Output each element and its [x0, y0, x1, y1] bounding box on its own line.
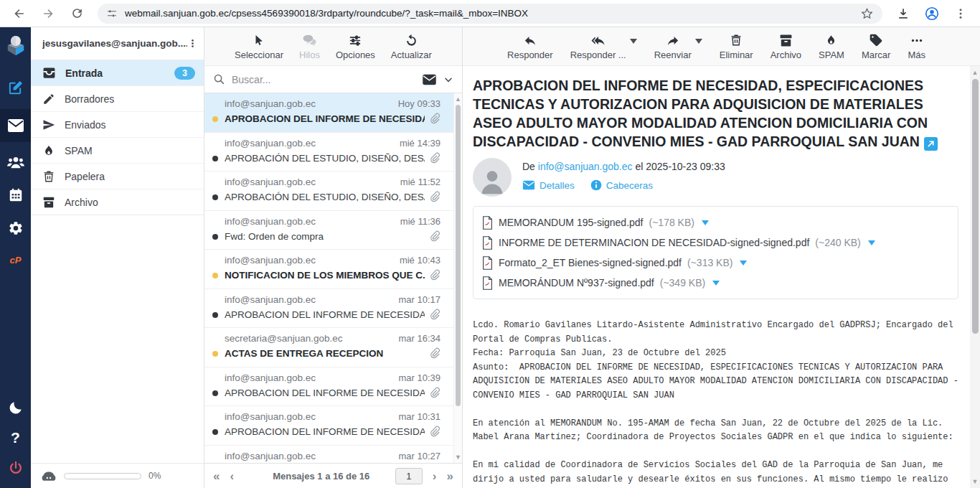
browser-forward-button[interactable] [36, 3, 60, 24]
paperclip-icon [429, 113, 440, 125]
browser-refresh-button[interactable] [65, 3, 89, 24]
reply-button[interactable]: Responder [507, 33, 553, 60]
sidebar-item-enviados[interactable]: Enviados [31, 112, 204, 138]
site-info-icon[interactable] [106, 8, 118, 19]
search-options-chevron-icon[interactable] [443, 75, 453, 85]
sidebar-item-entrada[interactable]: Entrada 3 [31, 60, 204, 86]
sidebar-item-archivo[interactable]: Archivo [31, 189, 204, 215]
page-number-input[interactable] [395, 468, 423, 484]
attachment-menu-caret-icon[interactable] [868, 240, 875, 245]
message-row[interactable]: info@sanjuan.gob.ecmié 14:39 APROBACIÓN … [204, 133, 462, 172]
reading-scrollbar-thumb[interactable] [972, 79, 979, 334]
scroll-down-icon[interactable]: ▼ [454, 454, 462, 461]
attachment-menu-caret-icon[interactable] [712, 281, 720, 286]
first-page-button[interactable]: « [213, 470, 220, 482]
message-row[interactable]: info@sanjuan.gob.ecmié 11:36 Fwd: Orden … [204, 211, 462, 250]
app-logo[interactable] [0, 27, 31, 65]
scroll-down-icon[interactable]: ▼ [970, 478, 980, 485]
mark-button[interactable]: Marcar [862, 33, 890, 60]
attachment-size: (~349 KB) [660, 277, 705, 288]
list-scrollbar-thumb[interactable] [456, 105, 461, 406]
headers-link[interactable]: Cabeceras [590, 179, 653, 191]
sidebar-item-papelera[interactable]: Papelera [31, 164, 204, 189]
forward-caret-icon[interactable] [695, 39, 702, 44]
attachment-item[interactable]: Formato_2_ET Bienes-signed-signed.pdf (~… [482, 253, 949, 273]
attachment-menu-caret-icon[interactable] [740, 261, 747, 266]
attachment-name[interactable]: Formato_2_ET Bienes-signed-signed.pdf [499, 257, 682, 268]
account-email: jesusgavilanes@sanjuan.gob.... [42, 38, 187, 49]
rail-item-calendar[interactable] [0, 181, 31, 210]
refresh-list-label: Actualizar [391, 50, 432, 60]
delete-button[interactable]: Eliminar [720, 33, 753, 60]
message-row[interactable]: secretaria@sanjuan.gob.ecmar 16:34 ACTAS… [204, 328, 462, 367]
browser-back-button[interactable] [7, 3, 32, 24]
attachment-item[interactable]: INFORME DE DETERMINACION DE NECESIDAD-si… [482, 233, 949, 253]
open-in-new-window-icon[interactable] [924, 137, 938, 151]
options-button[interactable]: Opciones [336, 33, 375, 60]
refresh-list-button[interactable]: Actualizar [391, 33, 432, 60]
message-subject: APROBACIÓN DEL ESTUDIO, DISEÑO, DESA... [225, 153, 425, 164]
sender-email-link[interactable]: info@sanjuan.gob.ec [538, 161, 633, 172]
message-subject: APROBACION DEL INFORME DE NECESIDA... [225, 113, 425, 124]
scroll-up-icon[interactable]: ▲ [970, 69, 980, 76]
dark-mode-button[interactable] [0, 393, 31, 422]
account-menu-button[interactable] [187, 37, 198, 50]
browser-menu-button[interactable] [948, 3, 973, 24]
options-label: Opciones [336, 50, 375, 60]
attachment-item[interactable]: MEMORANDUM 195-signed.pdf (~178 KB) [482, 212, 949, 233]
rail-item-settings[interactable] [0, 214, 31, 243]
help-button[interactable]: ? [0, 423, 31, 452]
rail-item-contacts[interactable] [0, 148, 31, 177]
headers-label: Cabeceras [606, 180, 653, 191]
attachment-name[interactable]: INFORME DE DETERMINACION DE NECESIDAD-si… [499, 237, 809, 248]
next-page-button[interactable]: › [433, 470, 437, 482]
select-button[interactable]: Seleccionar [235, 33, 283, 60]
sidebar-item-spam[interactable]: SPAM [31, 138, 204, 164]
message-datetime: 2025-10-23 09:33 [646, 161, 725, 172]
message-row[interactable]: info@sanjuan.gob.ecmié 10:43 NOTIFICACIO… [204, 250, 462, 289]
attachment-item[interactable]: MEMORÁNDUM Nº937-signed.pdf (~349 KB) [482, 273, 949, 293]
search-input[interactable] [232, 74, 415, 85]
paperclip-icon [429, 269, 440, 281]
last-page-button[interactable]: » [447, 470, 453, 482]
quota-percent: 0% [149, 471, 161, 481]
more-button[interactable]: Más [908, 33, 925, 60]
message-row[interactable]: info@sanjuan.gob.ecHoy 09:33 APROBACION … [204, 93, 462, 133]
reply-all-button[interactable]: Responder ... [570, 33, 626, 60]
bookmark-star-icon[interactable] [860, 6, 874, 20]
reading-scrollbar[interactable]: ▲ ▼ [970, 66, 980, 488]
archive-button[interactable]: Archivo [771, 33, 801, 60]
message-row[interactable]: info@sanjuan.gob.ecmar 10:39 APROBACION … [204, 367, 462, 407]
threads-button[interactable]: Hilos [299, 33, 320, 60]
message-date: mié 11:36 [400, 216, 440, 227]
select-label: Seleccionar [235, 50, 283, 60]
message-row[interactable]: info@sanjuan.gob.ecmar 10:17 APROBACION … [204, 289, 462, 329]
status-dot [212, 234, 218, 240]
attachment-name[interactable]: MEMORÁNDUM Nº937-signed.pdf [499, 277, 654, 288]
download-button[interactable] [891, 3, 915, 24]
search-scope-mail-icon[interactable] [422, 74, 437, 85]
folder-label: SPAM [65, 145, 93, 156]
list-scrollbar[interactable]: ▲ ▼ [453, 93, 462, 463]
spam-button[interactable]: SPAM [819, 33, 844, 60]
message-date: mar 10:17 [398, 294, 440, 305]
url-bar[interactable]: webmail.sanjuan.gob.ec/cpsess4569390018/… [98, 4, 882, 24]
message-row[interactable]: info@sanjuan.gob.ecmar 10:27 [204, 446, 462, 464]
message-row[interactable]: info@sanjuan.gob.ecmar 10:31 APROBACION … [204, 406, 462, 446]
scroll-up-icon[interactable]: ▲ [454, 95, 462, 103]
message-sender: info@sanjuan.gob.ec [225, 216, 395, 227]
reply-all-caret-icon[interactable] [630, 39, 637, 44]
logout-button[interactable] [0, 454, 31, 482]
message-sender: info@sanjuan.gob.ec [225, 177, 395, 187]
profile-button[interactable] [920, 3, 944, 24]
rail-item-mail[interactable] [0, 109, 31, 142]
forward-button[interactable]: Reenviar [654, 33, 692, 60]
sidebar-item-borradores[interactable]: Borradores [31, 86, 204, 112]
prev-page-button[interactable]: ‹ [230, 470, 234, 482]
compose-button[interactable] [0, 73, 31, 102]
details-link[interactable]: Detalles [522, 180, 575, 191]
rail-item-cpanel[interactable]: cP [0, 245, 31, 274]
attachment-name[interactable]: MEMORANDUM 195-signed.pdf [499, 217, 644, 228]
attachment-menu-caret-icon[interactable] [702, 220, 709, 225]
message-row[interactable]: info@sanjuan.gob.ecmié 11:52 APROBACIÓN … [204, 172, 462, 211]
